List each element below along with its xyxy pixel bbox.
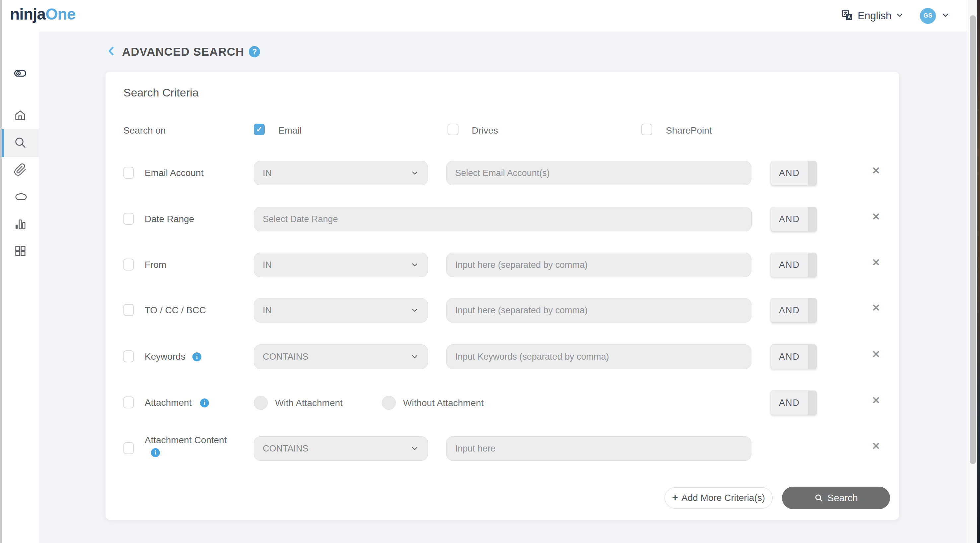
and-or-toggle[interactable]: AND bbox=[771, 345, 817, 369]
and-or-toggle[interactable]: AND bbox=[771, 298, 817, 322]
and-or-toggle[interactable]: AND bbox=[771, 252, 817, 277]
row-label: Keywords bbox=[145, 351, 185, 362]
search-on-label: Search on bbox=[123, 125, 166, 136]
checkbox-drives[interactable] bbox=[447, 124, 458, 135]
value-input[interactable] bbox=[446, 252, 751, 277]
chevron-down-icon bbox=[941, 11, 950, 21]
toggle-handle bbox=[808, 207, 816, 231]
ninjaone-logo: ninjaOne bbox=[10, 5, 75, 23]
row-label: Attachment Content bbox=[145, 435, 227, 446]
criteria-row-attachment-content: Attachment Content CONTAINS bbox=[105, 436, 899, 461]
checkbox-email-label: Email bbox=[278, 125, 302, 136]
operator-select[interactable]: CONTAINS bbox=[254, 345, 428, 369]
row-checkbox[interactable] bbox=[123, 167, 134, 179]
radio-with-attachment-label: With Attachment bbox=[275, 398, 343, 408]
sidebar-item-cloud[interactable] bbox=[2, 184, 39, 211]
page-title: ADVANCED SEARCH bbox=[122, 45, 244, 58]
remove-row-button[interactable] bbox=[872, 440, 880, 452]
chevron-down-icon bbox=[410, 352, 419, 361]
operator-value: CONTAINS bbox=[263, 352, 309, 362]
operator-value: IN bbox=[263, 168, 272, 178]
scrollbar-thumb[interactable] bbox=[970, 15, 976, 464]
logo-ninja-text: ninja bbox=[10, 5, 45, 23]
operator-value: CONTAINS bbox=[263, 443, 309, 454]
row-checkbox[interactable] bbox=[123, 213, 134, 225]
operator-select[interactable]: IN bbox=[254, 252, 428, 277]
help-icon[interactable] bbox=[249, 46, 260, 57]
remove-row-button[interactable] bbox=[872, 394, 880, 406]
sidebar-item-apps[interactable] bbox=[2, 238, 39, 265]
remove-row-button[interactable] bbox=[872, 211, 880, 222]
criteria-row-attachment: Attachment With Attachment Without Attac… bbox=[105, 391, 899, 415]
logo-one-text: One bbox=[45, 5, 75, 23]
chevron-down-icon bbox=[410, 260, 419, 269]
criteria-row-keywords: Keywords CONTAINS AND bbox=[105, 345, 899, 369]
search-criteria-card: Search Criteria Search on Email Drives S… bbox=[105, 71, 899, 520]
row-checkbox[interactable] bbox=[123, 397, 134, 408]
search-button[interactable]: Search bbox=[782, 487, 890, 509]
remove-row-button[interactable] bbox=[872, 348, 880, 360]
desktop-edge-right bbox=[977, 0, 980, 543]
and-or-toggle[interactable]: AND bbox=[771, 207, 817, 232]
user-menu[interactable]: GS bbox=[920, 8, 950, 24]
checkbox-email[interactable] bbox=[254, 124, 265, 135]
info-icon[interactable] bbox=[151, 448, 160, 457]
toggle-handle bbox=[808, 391, 816, 415]
info-icon[interactable] bbox=[200, 399, 209, 407]
avatar-initials: GS bbox=[923, 12, 932, 19]
language-label: English bbox=[858, 10, 891, 22]
translate-icon: A bbox=[841, 9, 854, 23]
and-or-toggle[interactable]: AND bbox=[771, 161, 817, 185]
add-more-criteria-button[interactable]: Add More Criteria(s) bbox=[665, 487, 773, 508]
top-bar: ninjaOne A English GS bbox=[2, 0, 968, 32]
and-or-label: AND bbox=[771, 207, 808, 231]
row-checkbox[interactable] bbox=[123, 350, 134, 362]
remove-row-button[interactable] bbox=[872, 257, 880, 268]
date-range-input[interactable] bbox=[254, 207, 752, 232]
radio-with-attachment[interactable] bbox=[254, 396, 268, 410]
paperclip-icon bbox=[14, 163, 27, 178]
sidebar-item-home[interactable] bbox=[2, 102, 39, 130]
operator-select[interactable]: IN bbox=[254, 298, 428, 322]
operator-value: IN bbox=[263, 305, 272, 316]
back-button[interactable] bbox=[105, 45, 118, 58]
remove-row-button[interactable] bbox=[872, 165, 880, 176]
chevron-down-icon bbox=[896, 11, 904, 21]
operator-select[interactable]: IN bbox=[254, 161, 428, 185]
value-input[interactable] bbox=[446, 298, 751, 322]
magnifier-icon bbox=[814, 493, 823, 503]
remove-row-button[interactable] bbox=[872, 302, 880, 314]
row-checkbox[interactable] bbox=[123, 442, 134, 454]
value-input[interactable] bbox=[446, 345, 751, 369]
row-checkbox[interactable] bbox=[123, 259, 134, 270]
grid-icon bbox=[14, 245, 27, 259]
language-switcher[interactable]: A English bbox=[841, 9, 904, 23]
info-icon[interactable] bbox=[192, 352, 201, 361]
sidebar-item-attachments[interactable] bbox=[2, 156, 39, 184]
sidebar-item-reports[interactable] bbox=[2, 211, 39, 239]
toggle-handle bbox=[808, 298, 816, 322]
toggle-handle bbox=[808, 345, 816, 368]
checkbox-sharepoint[interactable] bbox=[641, 124, 652, 135]
sidebar-item-toggle[interactable] bbox=[2, 60, 39, 88]
checkbox-drives-label: Drives bbox=[472, 125, 498, 136]
top-bar-right: A English GS bbox=[841, 0, 950, 32]
toggle-handle bbox=[808, 161, 816, 185]
chevron-down-icon bbox=[410, 306, 419, 314]
sidebar-item-search[interactable] bbox=[2, 129, 39, 157]
criteria-row-to-cc-bcc: TO / CC / BCC IN AND bbox=[105, 298, 899, 322]
and-or-toggle[interactable]: AND bbox=[771, 391, 817, 415]
criteria-row-email-account: Email Account IN AND bbox=[105, 161, 899, 185]
add-more-criteria-label: Add More Criteria(s) bbox=[681, 492, 765, 503]
home-icon bbox=[14, 109, 27, 123]
and-or-label: AND bbox=[771, 345, 808, 368]
value-input[interactable] bbox=[446, 161, 751, 185]
card-title: Search Criteria bbox=[123, 86, 199, 99]
operator-select[interactable]: CONTAINS bbox=[254, 436, 428, 461]
operator-value: IN bbox=[263, 260, 272, 270]
toggle-handle bbox=[808, 253, 816, 277]
row-label: Email Account bbox=[145, 168, 204, 178]
value-input[interactable] bbox=[446, 436, 751, 461]
row-checkbox[interactable] bbox=[123, 304, 134, 316]
radio-without-attachment[interactable] bbox=[382, 396, 396, 410]
